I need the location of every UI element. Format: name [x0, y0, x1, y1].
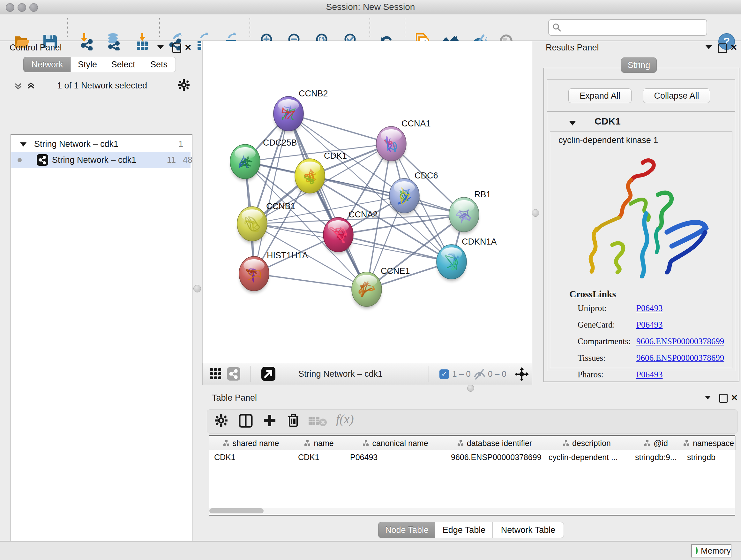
control-panel: Control Panel ✕ Network Style Select Set… [4, 41, 192, 539]
column-type-icon [362, 440, 369, 446]
column-type-icon [223, 440, 229, 446]
network-options-gear-icon[interactable] [178, 78, 190, 91]
tab-edge-table[interactable]: Edge Table [435, 522, 493, 538]
gene-section-expander-icon[interactable] [568, 120, 577, 126]
status-bar: Memory [0, 541, 741, 560]
column-header-database-identifier[interactable]: database identifier [446, 436, 544, 450]
birdseye-crosshair-icon[interactable] [515, 367, 529, 381]
results-panel-menu-icon[interactable] [704, 44, 713, 50]
network-node-RB1[interactable]: RB1 [449, 190, 491, 234]
collapse-all-button[interactable]: Collapse All [643, 88, 710, 103]
network-edge-HIST1H1A-CCNE1[interactable] [254, 273, 367, 289]
collection-label: String Network – cdk1 [34, 136, 118, 152]
toolbar-separator [67, 18, 68, 37]
add-column-icon[interactable] [262, 413, 277, 428]
search-icon [552, 23, 562, 32]
memory-status-dot [696, 547, 697, 554]
tab-node-table[interactable]: Node Table [378, 522, 435, 538]
table-settings-gear-icon[interactable] [214, 414, 228, 428]
crosslink-label: Compartments: [578, 336, 630, 347]
memory-button[interactable]: Memory [691, 544, 731, 557]
crosslink-label: Tissues: [578, 353, 606, 363]
network-edge-CCNB2-CCNE1[interactable] [288, 114, 367, 289]
cell-namespace[interactable]: stringdb [682, 450, 735, 464]
cell-database-identifier[interactable]: 9606.ENSP00000378699 [446, 450, 543, 464]
collection-count: 1 [179, 136, 183, 152]
column-type-icon [304, 440, 311, 446]
string-results-box: Expand All Collapse All CDK1 cyclin-depe… [543, 68, 739, 382]
column-header--id[interactable]: @id [630, 436, 682, 450]
selected-nodes-checkbox-icon[interactable]: ✓ [440, 369, 449, 379]
node-label-CDK1: CDK1 [324, 151, 347, 161]
column-header-namespace[interactable]: namespace [682, 436, 736, 450]
network-node-CDC6[interactable]: CDC6 [389, 171, 438, 215]
control-panel-menu-icon[interactable] [156, 44, 165, 50]
crosslink-genecard-link[interactable]: P06493 [636, 320, 663, 330]
tab-network[interactable]: Network [23, 57, 71, 72]
tab-select[interactable]: Select [104, 57, 143, 72]
delete-column-icon[interactable] [286, 413, 300, 428]
cell-description[interactable]: cyclin-dependent ... [543, 450, 630, 464]
cell--id[interactable]: stringdb:9... [630, 450, 682, 464]
scrollbar-thumb[interactable] [209, 508, 264, 513]
network-collection-row[interactable]: String Network – cdk1 1 [11, 136, 191, 152]
window-title: Session: New Session [0, 0, 741, 14]
crosslink-compartments-link[interactable]: 9606.ENSP00000378699 [636, 336, 724, 347]
toolbar-separator [369, 18, 370, 37]
node-label-CDC6: CDC6 [414, 171, 438, 180]
network-row[interactable]: String Network – cdk1 11 48 [11, 152, 191, 168]
table-panel-menu-icon[interactable] [704, 395, 712, 400]
network-node-CDKN1A[interactable]: CDKN1A [436, 237, 497, 281]
column-type-icon [562, 440, 569, 446]
cell-shared-name[interactable]: CDK1 [209, 450, 293, 464]
search-field[interactable] [548, 19, 707, 36]
column-header-shared-name[interactable]: shared name [209, 436, 293, 450]
show-columns-icon[interactable] [239, 414, 253, 428]
network-node-CCNB2[interactable]: CCNB2 [273, 89, 328, 133]
control-panel-float-icon[interactable] [172, 44, 181, 53]
network-canvas[interactable]: CCNB2CCNA1CDC25BCDK1CDC6RB1CCNB1CCNA2CDK… [202, 41, 532, 363]
grid-view-icon[interactable] [210, 368, 222, 380]
search-input[interactable] [563, 21, 704, 34]
column-header-canonical-name[interactable]: canonical name [345, 436, 446, 450]
expand-all-icon[interactable] [26, 81, 36, 91]
column-header-description[interactable]: description [543, 436, 630, 450]
expand-all-button[interactable]: Expand All [568, 88, 631, 103]
network-label: String Network – cdk1 [52, 152, 136, 168]
network-share-icon[interactable] [227, 367, 240, 381]
hidden-items-eye-icon [473, 369, 486, 380]
tab-style[interactable]: Style [71, 57, 105, 72]
right-splitter-handle[interactable] [532, 209, 539, 217]
cell-name[interactable]: CDK1 [293, 450, 345, 464]
crosslink-label: GeneCard: [578, 320, 615, 330]
node-label-CDKN1A: CDKN1A [462, 237, 497, 246]
network-edge-CCNB2-CCNA1[interactable] [288, 114, 391, 144]
table-panel-close-icon[interactable]: ✕ [731, 393, 738, 403]
tab-network-table[interactable]: Network Table [492, 522, 564, 538]
collapse-all-icon[interactable] [13, 81, 23, 91]
results-panel-float-icon[interactable] [718, 44, 727, 53]
table-horizontal-scrollbar[interactable] [209, 508, 735, 514]
selected-count: 1 – 0 [452, 363, 471, 385]
network-graph[interactable]: CCNB2CCNA1CDC25BCDK1CDC6RB1CCNB1CCNA2CDK… [203, 41, 532, 363]
table-panel-title: Table Panel [212, 393, 257, 403]
gene-description: cyclin-dependent kinase 1 [558, 135, 658, 145]
tree-expander-icon[interactable] [19, 141, 27, 147]
crosslink-pharos-link[interactable]: P06493 [636, 370, 663, 380]
control-panel-close-icon[interactable]: ✕ [185, 43, 192, 53]
left-splitter-handle[interactable] [193, 285, 201, 293]
string-app-icon [37, 154, 48, 166]
network-node-CCNE1[interactable]: CCNE1 [352, 266, 410, 308]
tab-string[interactable]: String [621, 57, 657, 73]
crosslink-uniprot-link[interactable]: P06493 [636, 303, 663, 313]
column-header-name[interactable]: name [293, 436, 345, 450]
open-in-new-window-icon[interactable] [261, 367, 275, 381]
tab-sets[interactable]: Sets [142, 57, 176, 72]
crosslink-tissues-link[interactable]: 9606.ENSP00000378699 [636, 353, 724, 363]
memory-label: Memory [701, 546, 731, 556]
network-node-HIST1H1A[interactable]: HIST1H1A [239, 251, 308, 293]
cell-canonical-name[interactable]: P06493 [345, 450, 446, 464]
current-network-indicator [17, 158, 22, 162]
table-panel-float-icon[interactable] [719, 394, 728, 403]
results-panel-close-icon[interactable]: ✕ [730, 43, 738, 53]
